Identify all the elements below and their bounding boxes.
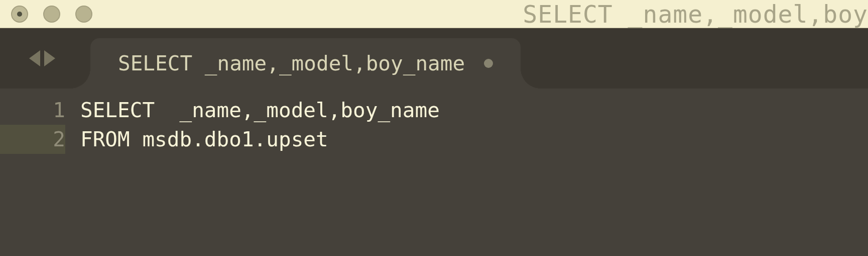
window-title: SELECT _name,_model,boy bbox=[523, 0, 868, 28]
code-line[interactable]: FROM msdb.dbo1.upset bbox=[80, 125, 868, 154]
code-line[interactable]: SELECT _name,_model,boy_name bbox=[80, 96, 868, 125]
close-window-button[interactable] bbox=[11, 6, 28, 23]
nav-back-icon[interactable] bbox=[29, 50, 40, 66]
window-controls bbox=[11, 6, 92, 23]
line-number: 2 bbox=[0, 125, 65, 154]
tab-bar: SELECT _name,_model,boy_name bbox=[0, 28, 868, 89]
tab-nav-arrows bbox=[29, 50, 55, 66]
dirty-indicator-icon bbox=[484, 59, 493, 68]
editor-area: SELECT _name,_model,boy_name 1 2 SELECT … bbox=[0, 28, 868, 256]
tab-label: SELECT _name,_model,boy_name bbox=[118, 51, 465, 75]
maximize-window-button[interactable] bbox=[75, 6, 92, 23]
nav-forward-icon[interactable] bbox=[44, 50, 55, 66]
window-title-bar: SELECT _name,_model,boy bbox=[0, 0, 868, 28]
code-content[interactable]: SELECT _name,_model,boy_name FROM msdb.d… bbox=[80, 96, 868, 256]
editor-tab[interactable]: SELECT _name,_model,boy_name bbox=[90, 38, 521, 89]
minimize-window-button[interactable] bbox=[43, 6, 60, 23]
line-number: 1 bbox=[0, 96, 65, 125]
line-number-gutter: 1 2 bbox=[0, 96, 80, 256]
code-area[interactable]: 1 2 SELECT _name,_model,boy_name FROM ms… bbox=[0, 89, 868, 256]
